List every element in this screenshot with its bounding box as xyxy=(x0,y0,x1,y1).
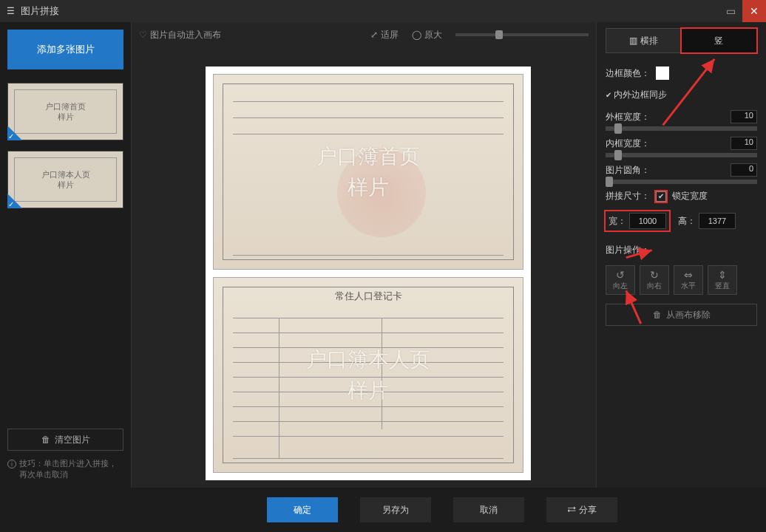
trash-icon: 🗑 xyxy=(41,434,50,445)
lock-width-label: 锁定宽度 xyxy=(672,190,708,202)
thumbnail-2[interactable]: 户口簿本人页 样片 xyxy=(7,151,123,208)
canvas-image-2[interactable]: 常住人口登记卡 户口簿本人页 样片 xyxy=(213,277,523,473)
ok-button[interactable]: 确定 xyxy=(267,497,338,522)
fit-icon: ⤢ xyxy=(370,30,378,40)
auto-canvas-toggle[interactable]: ♡ 图片自动进入画布 xyxy=(139,29,221,41)
right-panel: ▥ 横排 竖 边框颜色： 内外边框同步 外框宽度： 10 内框宽度： 10 xyxy=(596,22,766,488)
footer: 确定 另存为 取消 ⮂ 分享 xyxy=(0,488,766,532)
canvas[interactable]: 户口簿首页 样片 常住人口登记卡 xyxy=(206,66,531,480)
share-button[interactable]: ⮂ 分享 xyxy=(546,497,617,522)
stitch-size-label: 拼接尺寸： xyxy=(606,190,650,202)
canvas-image-1-overlay: 户口簿首页 样片 xyxy=(316,141,420,203)
width-label: 宽： xyxy=(609,215,626,228)
fit-screen-button[interactable]: ⤢ 适屏 xyxy=(370,29,399,41)
flip-v-icon: ⇕ xyxy=(718,269,727,281)
height-input[interactable] xyxy=(699,213,736,229)
add-images-button[interactable]: 添加多张图片 xyxy=(7,30,123,69)
app-icon: ☰ xyxy=(4,5,16,17)
width-input[interactable] xyxy=(629,213,666,229)
ops-buttons: ↺向左 ↻向右 ⇔水平 ⇕竖直 xyxy=(606,265,757,295)
layout-buttons: ▥ 横排 竖 xyxy=(606,28,757,53)
original-icon: ◯ xyxy=(412,30,421,40)
lock-width-checkbox[interactable]: ✔ xyxy=(656,191,666,202)
save-as-button[interactable]: 另存为 xyxy=(360,497,431,522)
layout-horizontal-button[interactable]: ▥ 横排 xyxy=(606,29,682,52)
titlebar: ☰ 图片拼接 ▭ ✕ xyxy=(0,0,766,22)
canvas-image-1[interactable]: 户口簿首页 样片 xyxy=(213,74,523,270)
flip-h-icon: ⇔ xyxy=(684,269,693,281)
tip-text: i 技巧：单击图片进入拼接，再次单击取消 xyxy=(7,458,123,480)
thumbnail-1-label: 户口簿首页 样片 xyxy=(45,101,86,123)
inner-width-slider[interactable]: 内框宽度： 10 xyxy=(606,137,757,157)
original-size-button[interactable]: ◯ 原大 xyxy=(412,29,442,41)
clear-images-button[interactable]: 🗑 清空图片 xyxy=(7,429,123,451)
zoom-slider[interactable] xyxy=(455,33,589,36)
rotate-right-icon: ↻ xyxy=(650,269,659,281)
border-sync-checkbox[interactable]: 内外边框同步 xyxy=(606,89,757,101)
canvas-image-2-title: 常住人口登记卡 xyxy=(214,290,523,303)
close-button[interactable]: ✕ xyxy=(742,0,766,22)
rotate-left-button[interactable]: ↺向左 xyxy=(606,265,635,295)
flip-v-button[interactable]: ⇕竖直 xyxy=(708,265,737,295)
border-color-row: 边框颜色： xyxy=(606,66,757,80)
canvas-image-2-overlay: 户口簿本人页 样片 xyxy=(306,344,430,406)
share-icon: ⮂ xyxy=(567,505,576,515)
cancel-button[interactable]: 取消 xyxy=(453,497,524,522)
outer-width-value: 10 xyxy=(731,110,757,123)
height-label: 高： xyxy=(678,215,696,228)
center-toolbar: ♡ 图片自动进入画布 ⤢ 适屏 ◯ 原大 xyxy=(132,22,596,47)
image-ops-label: 图片操作： xyxy=(606,244,757,256)
rotate-left-icon: ↺ xyxy=(616,269,625,281)
window-title: 图片拼接 xyxy=(21,4,59,18)
remove-from-canvas-button[interactable]: 🗑 从画布移除 xyxy=(606,304,757,326)
border-color-swatch[interactable] xyxy=(656,66,669,80)
clear-images-label: 清空图片 xyxy=(55,434,90,446)
flip-h-button[interactable]: ⇔水平 xyxy=(674,265,703,295)
heart-icon: ♡ xyxy=(139,30,147,40)
thumbnail-1[interactable]: 户口簿首页 样片 xyxy=(7,83,123,140)
rotate-right-button[interactable]: ↻向右 xyxy=(640,265,669,295)
canvas-panel: ♡ 图片自动进入画布 ⤢ 适屏 ◯ 原大 xyxy=(132,22,596,488)
checkmark-icon xyxy=(7,126,22,140)
radius-value: 0 xyxy=(731,163,757,177)
border-color-label: 边框颜色： xyxy=(606,67,650,80)
minimize-button[interactable]: ▭ xyxy=(719,0,742,22)
columns-icon: ▥ xyxy=(629,35,637,46)
radius-slider[interactable]: 图片圆角： 0 xyxy=(606,163,757,184)
info-icon: i xyxy=(7,460,16,468)
trash-icon: 🗑 xyxy=(653,310,662,320)
inner-width-value: 10 xyxy=(731,137,757,150)
left-panel: 添加多张图片 户口簿首页 样片 户口簿本人页 样片 🗑 清空图片 i 技巧：单击… xyxy=(0,22,132,488)
layout-vertical-button[interactable]: 竖 xyxy=(682,29,757,52)
stitch-size-row: 拼接尺寸： ✔ 锁定宽度 xyxy=(606,190,757,202)
outer-width-slider[interactable]: 外框宽度： 10 xyxy=(606,110,757,131)
checkmark-icon xyxy=(7,194,22,208)
thumbnail-2-label: 户口簿本人页 样片 xyxy=(41,169,90,191)
